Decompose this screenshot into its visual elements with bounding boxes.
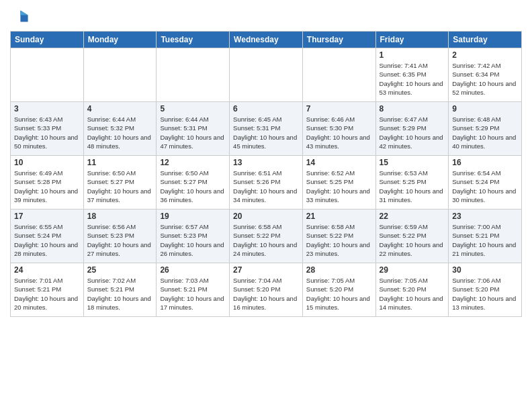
day-cell: 13Sunrise: 6:51 AM Sunset: 5:26 PM Dayli… — [230, 156, 303, 210]
day-cell: 14Sunrise: 6:52 AM Sunset: 5:25 PM Dayli… — [302, 156, 375, 210]
day-info: Sunrise: 6:51 AM Sunset: 5:26 PM Dayligh… — [233, 169, 299, 204]
day-info: Sunrise: 7:03 AM Sunset: 5:21 PM Dayligh… — [160, 276, 226, 312]
day-cell — [83, 48, 157, 102]
day-cell: 16Sunrise: 6:54 AM Sunset: 5:24 PM Dayli… — [449, 156, 522, 210]
weekday-sunday: Sunday — [11, 32, 84, 48]
header — [10, 7, 522, 26]
day-cell: 6Sunrise: 6:45 AM Sunset: 5:31 PM Daylig… — [230, 102, 303, 156]
day-info: Sunrise: 6:53 AM Sunset: 5:25 PM Dayligh… — [380, 169, 445, 204]
day-cell: 5Sunrise: 6:44 AM Sunset: 5:31 PM Daylig… — [157, 102, 230, 156]
day-cell — [157, 48, 230, 102]
day-cell: 17Sunrise: 6:55 AM Sunset: 5:24 PM Dayli… — [11, 210, 84, 263]
day-cell: 26Sunrise: 7:03 AM Sunset: 5:21 PM Dayli… — [157, 263, 230, 317]
day-number: 30 — [452, 265, 518, 275]
day-cell: 7Sunrise: 6:46 AM Sunset: 5:30 PM Daylig… — [302, 102, 375, 156]
day-number: 4 — [87, 104, 153, 113]
week-row-4: 24Sunrise: 7:01 AM Sunset: 5:21 PM Dayli… — [11, 263, 522, 317]
weekday-tuesday: Tuesday — [157, 32, 230, 48]
day-cell — [230, 48, 303, 102]
day-cell: 27Sunrise: 7:04 AM Sunset: 5:20 PM Dayli… — [230, 263, 303, 317]
day-number: 14 — [306, 158, 372, 167]
day-cell: 11Sunrise: 6:50 AM Sunset: 5:27 PM Dayli… — [83, 156, 157, 210]
day-number: 15 — [380, 158, 445, 167]
day-cell: 4Sunrise: 6:44 AM Sunset: 5:32 PM Daylig… — [83, 102, 157, 156]
day-number: 19 — [160, 212, 226, 221]
day-info: Sunrise: 7:00 AM Sunset: 5:21 PM Dayligh… — [452, 222, 518, 258]
day-number: 28 — [306, 265, 372, 275]
day-cell: 23Sunrise: 7:00 AM Sunset: 5:21 PM Dayli… — [449, 210, 522, 263]
day-info: Sunrise: 6:58 AM Sunset: 5:22 PM Dayligh… — [306, 222, 372, 258]
weekday-wednesday: Wednesday — [230, 32, 303, 48]
day-cell: 21Sunrise: 6:58 AM Sunset: 5:22 PM Dayli… — [302, 210, 375, 263]
day-number: 24 — [14, 265, 80, 275]
day-number: 17 — [14, 212, 80, 221]
weekday-monday: Monday — [83, 32, 157, 48]
day-number: 5 — [160, 104, 226, 113]
day-number: 22 — [380, 212, 445, 221]
day-number: 6 — [233, 104, 299, 113]
day-cell: 10Sunrise: 6:49 AM Sunset: 5:28 PM Dayli… — [11, 156, 84, 210]
day-number: 13 — [233, 158, 299, 167]
week-row-2: 10Sunrise: 6:49 AM Sunset: 5:28 PM Dayli… — [11, 156, 522, 210]
day-cell: 29Sunrise: 7:05 AM Sunset: 5:20 PM Dayli… — [375, 263, 449, 317]
week-row-0: 1Sunrise: 7:41 AM Sunset: 6:35 PM Daylig… — [11, 48, 522, 102]
day-number: 7 — [306, 104, 372, 113]
day-cell: 25Sunrise: 7:02 AM Sunset: 5:21 PM Dayli… — [83, 263, 157, 317]
weekday-thursday: Thursday — [302, 32, 375, 48]
day-info: Sunrise: 6:49 AM Sunset: 5:28 PM Dayligh… — [14, 169, 80, 204]
day-number: 16 — [452, 158, 518, 167]
day-info: Sunrise: 6:52 AM Sunset: 5:25 PM Dayligh… — [306, 169, 372, 204]
weekday-header-row: SundayMondayTuesdayWednesdayThursdayFrid… — [11, 32, 522, 48]
day-number: 18 — [87, 212, 153, 221]
day-cell: 3Sunrise: 6:43 AM Sunset: 5:33 PM Daylig… — [11, 102, 84, 156]
day-info: Sunrise: 6:48 AM Sunset: 5:29 PM Dayligh… — [452, 115, 518, 150]
day-cell — [302, 48, 375, 102]
day-info: Sunrise: 6:58 AM Sunset: 5:22 PM Dayligh… — [233, 222, 299, 258]
day-cell: 12Sunrise: 6:50 AM Sunset: 5:27 PM Dayli… — [157, 156, 230, 210]
day-number: 26 — [160, 265, 226, 275]
logo — [10, 7, 32, 26]
day-cell — [11, 48, 84, 102]
day-cell: 8Sunrise: 6:47 AM Sunset: 5:29 PM Daylig… — [375, 102, 449, 156]
weekday-friday: Friday — [375, 32, 449, 48]
day-cell: 1Sunrise: 7:41 AM Sunset: 6:35 PM Daylig… — [375, 48, 449, 102]
page: SundayMondayTuesdayWednesdayThursdayFrid… — [0, 0, 532, 411]
day-number: 1 — [380, 50, 445, 60]
day-cell: 2Sunrise: 7:42 AM Sunset: 6:34 PM Daylig… — [449, 48, 522, 102]
day-cell: 28Sunrise: 7:05 AM Sunset: 5:20 PM Dayli… — [302, 263, 375, 317]
day-info: Sunrise: 6:55 AM Sunset: 5:24 PM Dayligh… — [14, 222, 80, 258]
day-cell: 20Sunrise: 6:58 AM Sunset: 5:22 PM Dayli… — [230, 210, 303, 263]
day-cell: 22Sunrise: 6:59 AM Sunset: 5:22 PM Dayli… — [375, 210, 449, 263]
calendar: SundayMondayTuesdayWednesdayThursdayFrid… — [10, 31, 522, 317]
week-row-3: 17Sunrise: 6:55 AM Sunset: 5:24 PM Dayli… — [11, 210, 522, 263]
day-number: 23 — [452, 212, 518, 221]
logo-icon — [10, 7, 29, 26]
day-number: 9 — [452, 104, 518, 113]
day-info: Sunrise: 6:50 AM Sunset: 5:27 PM Dayligh… — [160, 169, 226, 204]
day-cell: 19Sunrise: 6:57 AM Sunset: 5:23 PM Dayli… — [157, 210, 230, 263]
day-info: Sunrise: 7:02 AM Sunset: 5:21 PM Dayligh… — [87, 276, 153, 312]
day-cell: 30Sunrise: 7:06 AM Sunset: 5:20 PM Dayli… — [449, 263, 522, 317]
day-number: 12 — [160, 158, 226, 167]
day-number: 21 — [306, 212, 372, 221]
day-info: Sunrise: 6:46 AM Sunset: 5:30 PM Dayligh… — [306, 115, 372, 150]
day-info: Sunrise: 6:56 AM Sunset: 5:23 PM Dayligh… — [87, 222, 153, 258]
day-info: Sunrise: 6:57 AM Sunset: 5:23 PM Dayligh… — [160, 222, 226, 258]
day-number: 10 — [14, 158, 80, 167]
day-number: 11 — [87, 158, 153, 167]
day-info: Sunrise: 6:44 AM Sunset: 5:31 PM Dayligh… — [160, 115, 226, 150]
day-info: Sunrise: 7:41 AM Sunset: 6:35 PM Dayligh… — [380, 61, 445, 97]
day-cell: 18Sunrise: 6:56 AM Sunset: 5:23 PM Dayli… — [83, 210, 157, 263]
day-number: 25 — [87, 265, 153, 275]
day-number: 8 — [380, 104, 445, 113]
day-info: Sunrise: 7:05 AM Sunset: 5:20 PM Dayligh… — [306, 276, 372, 312]
day-cell: 24Sunrise: 7:01 AM Sunset: 5:21 PM Dayli… — [11, 263, 84, 317]
day-cell: 15Sunrise: 6:53 AM Sunset: 5:25 PM Dayli… — [375, 156, 449, 210]
day-number: 20 — [233, 212, 299, 221]
day-info: Sunrise: 6:50 AM Sunset: 5:27 PM Dayligh… — [87, 169, 153, 204]
day-info: Sunrise: 6:43 AM Sunset: 5:33 PM Dayligh… — [14, 115, 80, 150]
day-number: 2 — [452, 50, 518, 60]
day-info: Sunrise: 6:47 AM Sunset: 5:29 PM Dayligh… — [380, 115, 445, 150]
week-row-1: 3Sunrise: 6:43 AM Sunset: 5:33 PM Daylig… — [11, 102, 522, 156]
day-cell: 9Sunrise: 6:48 AM Sunset: 5:29 PM Daylig… — [449, 102, 522, 156]
